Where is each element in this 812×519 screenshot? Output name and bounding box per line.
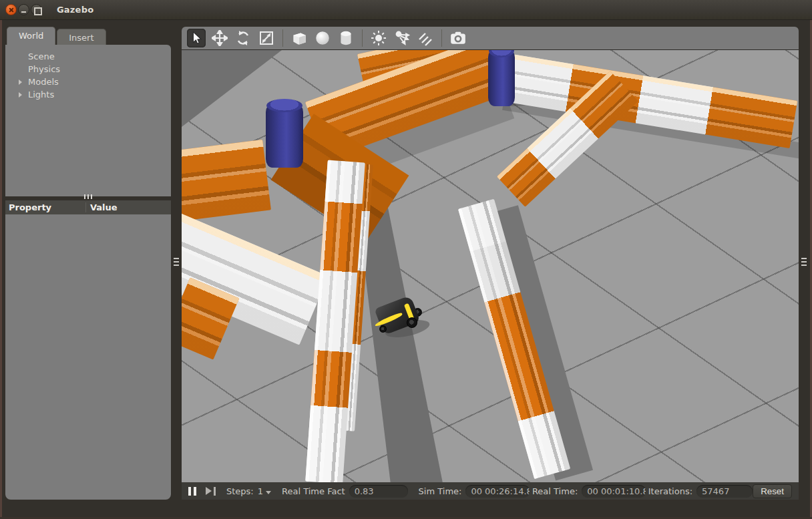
arrow-slot [19, 79, 28, 85]
real-time-value: 00 00:01:10.88 [582, 485, 645, 498]
minimize-button[interactable] [18, 4, 29, 15]
gazebo-window: Gazebo World Insert Scene Physics Models [0, 0, 812, 519]
toolbar-separator [362, 29, 363, 47]
sphere-tool-button[interactable] [313, 29, 332, 47]
close-button[interactable] [5, 4, 17, 15]
render-toolbar [182, 27, 799, 49]
translate-tool-button[interactable] [210, 29, 229, 47]
property-table-body [5, 214, 171, 500]
screenshot-tool-button[interactable] [449, 29, 467, 47]
property-column-header[interactable]: Property [5, 202, 85, 212]
jersey-barrier[interactable] [182, 140, 271, 221]
iterations-value: 57467 [696, 485, 753, 498]
point-light-tool-button[interactable] [369, 29, 388, 47]
titlebar: Gazebo [0, 0, 812, 20]
panel-splitter-grip[interactable] [84, 194, 92, 199]
rotate-icon [235, 30, 251, 46]
ground-robot[interactable] [375, 299, 431, 341]
spot-light-tool-button[interactable] [393, 29, 411, 47]
sim-time-value: 00 00:26:14.81 [465, 485, 529, 498]
cube-icon [290, 29, 308, 47]
tree-item-lights[interactable]: Lights [5, 88, 171, 101]
real-time-label: Real Time: [532, 486, 578, 496]
rotate-tool-button[interactable] [234, 29, 252, 47]
reset-button[interactable]: Reset [753, 484, 792, 498]
value-column-header[interactable]: Value [85, 202, 118, 212]
maximize-button[interactable] [31, 4, 42, 15]
steps-value[interactable]: 1 [258, 486, 263, 496]
rtf-value: 0.83 [349, 485, 408, 498]
left-panel: World Insert Scene Physics Models Lights [5, 27, 171, 500]
steps-spinner-caret[interactable] [266, 491, 271, 494]
rtf-label: Real Time Fact [282, 486, 345, 496]
left-splitter-grip[interactable] [174, 258, 180, 269]
cylinder-tool-button[interactable] [337, 29, 355, 47]
scale-tool-button[interactable] [257, 29, 276, 47]
simulation-statusbar: Steps: 1 Real Time Fact 0.83 Sim Time: 0… [182, 482, 799, 500]
sim-time-label: Sim Time: [419, 486, 462, 496]
main-area: Steps: 1 Real Time Fact 0.83 Sim Time: 0… [182, 27, 799, 500]
expand-arrow-icon[interactable] [19, 92, 22, 98]
robot-wheel [379, 325, 387, 333]
tree-item-scene[interactable]: Scene [5, 50, 171, 63]
iterations-label: Iterations: [648, 486, 692, 496]
render-viewport[interactable] [182, 49, 799, 482]
tree-item-label: Scene [28, 51, 55, 61]
scale-icon [258, 30, 274, 46]
expand-arrow-icon[interactable] [19, 79, 22, 85]
construction-barrel[interactable] [266, 104, 303, 168]
toolbar-separator [441, 29, 442, 47]
robot-wheel [407, 317, 417, 328]
cylinder-icon [337, 29, 355, 47]
select-tool-button[interactable] [187, 29, 206, 47]
directional-light-tool-button[interactable] [416, 29, 435, 47]
tree-item-physics[interactable]: Physics [5, 63, 171, 75]
arrow-slot [19, 92, 28, 98]
cursor-arrow-icon [189, 31, 204, 45]
window-title: Gazebo [57, 5, 93, 15]
tab-world[interactable]: World [7, 27, 55, 45]
panel-tabs: World Insert [7, 27, 106, 45]
step-button[interactable] [206, 487, 216, 496]
construction-barrel[interactable] [488, 49, 515, 106]
tree-item-models[interactable]: Models [5, 75, 171, 88]
window-edge-left [0, 20, 2, 519]
step-icon [206, 487, 212, 495]
spot-light-icon [394, 30, 410, 46]
window-controls [5, 4, 42, 15]
tab-insert[interactable]: Insert [57, 29, 106, 45]
property-table-header: Property Value [5, 200, 171, 214]
tree-item-label: Physics [28, 64, 60, 74]
tree-item-label: Lights [28, 90, 54, 100]
tree-item-label: Models [28, 77, 59, 87]
sphere-icon [314, 29, 331, 47]
directional-light-icon [417, 30, 433, 46]
toolbar-separator [282, 29, 283, 47]
move-icon [212, 30, 228, 46]
camera-icon [449, 29, 467, 47]
world-tree: Scene Physics Models Lights [5, 45, 171, 196]
pause-button[interactable] [188, 487, 196, 496]
steps-label: Steps: [226, 486, 254, 496]
step-icon-bar [214, 487, 216, 496]
right-splitter-grip[interactable] [801, 258, 808, 269]
point-light-icon [371, 30, 387, 46]
box-tool-button[interactable] [290, 29, 309, 47]
